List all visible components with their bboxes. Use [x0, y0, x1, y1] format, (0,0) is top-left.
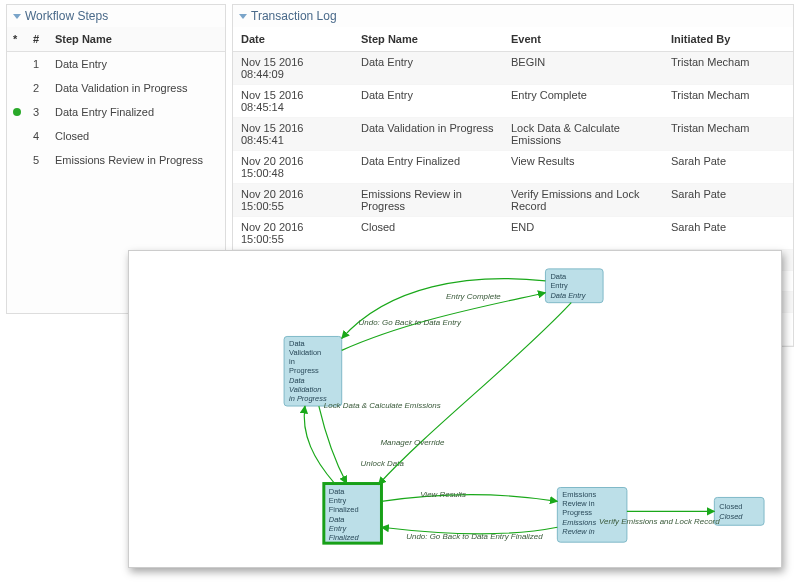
tlog-by: Sarah Pate — [663, 151, 793, 184]
svg-text:Finalized: Finalized — [329, 533, 360, 542]
svg-text:Data: Data — [329, 515, 345, 524]
tlog-date: Nov 15 2016 08:45:41 — [233, 118, 353, 151]
tlog-by: Tristan Mecham — [663, 85, 793, 118]
svg-text:Data Entry: Data Entry — [550, 291, 586, 300]
tlog-step: Emissions Review in Progress — [353, 184, 503, 217]
step-name: Data Entry Finalized — [49, 100, 225, 124]
tlog-event: Entry Complete — [503, 85, 663, 118]
svg-text:Unlock Data: Unlock Data — [361, 459, 405, 468]
svg-text:Data: Data — [329, 487, 346, 496]
svg-text:Data: Data — [289, 376, 305, 385]
node-data-validation[interactable]: Data Validation in Progress Data Validat… — [284, 336, 342, 406]
node-closed[interactable]: Closed Closed — [714, 497, 764, 525]
svg-text:Data: Data — [550, 272, 567, 281]
tlog-date: Nov 20 2016 15:00:48 — [233, 151, 353, 184]
tlog-event: BEGIN — [503, 52, 663, 85]
tlog-date: Nov 20 2016 15:00:55 — [233, 217, 353, 250]
step-number: 4 — [27, 124, 49, 148]
svg-text:Manager Override: Manager Override — [380, 438, 445, 447]
svg-text:Emissions: Emissions — [562, 518, 596, 527]
workflow-steps-title: Workflow Steps — [25, 9, 108, 23]
svg-text:Progress: Progress — [289, 366, 319, 375]
tlog-step: Data Validation in Progress — [353, 118, 503, 151]
svg-text:Entry: Entry — [550, 281, 568, 290]
step-current-marker — [7, 124, 27, 148]
transaction-log-row[interactable]: Nov 20 2016 15:00:55ClosedENDSarah Pate — [233, 217, 793, 250]
tlog-step: Closed — [353, 217, 503, 250]
svg-text:Entry: Entry — [329, 496, 347, 505]
tlog-event: END — [503, 217, 663, 250]
transaction-log-row[interactable]: Nov 15 2016 08:45:14Data EntryEntry Comp… — [233, 85, 793, 118]
svg-text:in Progress: in Progress — [289, 394, 327, 403]
step-name: Data Entry — [49, 52, 225, 77]
edge-lock-calc — [319, 406, 347, 484]
current-step-icon — [13, 108, 21, 116]
workflow-diagram-svg: Data Entry Data Entry Data Validation in… — [129, 251, 781, 567]
col-by[interactable]: Initiated By — [663, 27, 793, 52]
svg-text:in: in — [289, 357, 295, 366]
tlog-by: Sarah Pate — [663, 184, 793, 217]
svg-text:Lock Data & Calculate Emission: Lock Data & Calculate Emissions — [324, 401, 441, 410]
col-num[interactable]: # — [27, 27, 49, 52]
step-name: Data Validation in Progress — [49, 76, 225, 100]
tlog-step: Data Entry Finalized — [353, 151, 503, 184]
svg-text:Emissions: Emissions — [562, 490, 596, 499]
col-event[interactable]: Event — [503, 27, 663, 52]
workflow-steps-header[interactable]: Workflow Steps — [7, 5, 225, 27]
step-name: Emissions Review in Progress — [49, 148, 225, 172]
tlog-event: Verify Emissions and Lock Record — [503, 184, 663, 217]
node-data-entry[interactable]: Data Entry Data Entry — [545, 269, 603, 303]
workflow-step-row[interactable]: 5Emissions Review in Progress — [7, 148, 225, 172]
transaction-log-row[interactable]: Nov 20 2016 15:00:55Emissions Review in … — [233, 184, 793, 217]
workflow-step-row[interactable]: 1Data Entry — [7, 52, 225, 77]
workflow-step-row[interactable]: 3Data Entry Finalized — [7, 100, 225, 124]
workflow-diagram: Data Entry Data Entry Data Validation in… — [128, 250, 782, 568]
workflow-steps-table: * # Step Name 1Data Entry2Data Validatio… — [7, 27, 225, 172]
tlog-event: Lock Data & Calculate Emissions — [503, 118, 663, 151]
tlog-date: Nov 20 2016 15:00:55 — [233, 184, 353, 217]
svg-text:Validation: Validation — [289, 348, 321, 357]
svg-text:Undo: Go Back to Data Entry Fi: Undo: Go Back to Data Entry Finalized — [406, 532, 543, 541]
tlog-date: Nov 15 2016 08:45:14 — [233, 85, 353, 118]
transaction-log-title: Transaction Log — [251, 9, 337, 23]
step-current-marker — [7, 52, 27, 77]
svg-text:Verify Emissions and Lock Reco: Verify Emissions and Lock Record — [599, 517, 720, 526]
svg-text:Data: Data — [289, 339, 306, 348]
svg-text:Progress: Progress — [562, 508, 592, 517]
node-emissions-review[interactable]: Emissions Review in Progress Emissions R… — [557, 488, 627, 543]
col-marker[interactable]: * — [7, 27, 27, 52]
step-current-marker — [7, 148, 27, 172]
edge-entry-complete — [342, 279, 546, 339]
svg-text:Review in: Review in — [562, 527, 594, 536]
svg-text:Entry: Entry — [329, 524, 348, 533]
step-current-marker — [7, 100, 27, 124]
step-name: Closed — [49, 124, 225, 148]
svg-text:Review in: Review in — [562, 499, 594, 508]
chevron-down-icon — [239, 14, 247, 19]
edge-manager-override — [378, 303, 571, 485]
node-data-entry-finalized[interactable]: Data Entry Finalized Data Entry Finalize… — [324, 484, 382, 544]
svg-text:Entry Complete: Entry Complete — [446, 292, 501, 301]
tlog-by: Tristan Mecham — [663, 52, 793, 85]
col-step[interactable]: Step Name — [353, 27, 503, 52]
svg-text:Closed: Closed — [719, 512, 743, 521]
transaction-log-header[interactable]: Transaction Log — [233, 5, 793, 27]
tlog-date: Nov 15 2016 08:44:09 — [233, 52, 353, 85]
svg-text:View Results: View Results — [420, 490, 466, 499]
edge-view-results — [381, 495, 557, 502]
svg-text:Undo: Go Back to Data Entry: Undo: Go Back to Data Entry — [359, 318, 462, 327]
col-date[interactable]: Date — [233, 27, 353, 52]
transaction-log-row[interactable]: Nov 15 2016 08:45:41Data Validation in P… — [233, 118, 793, 151]
step-number: 2 — [27, 76, 49, 100]
tlog-by: Tristan Mecham — [663, 118, 793, 151]
tlog-step: Data Entry — [353, 85, 503, 118]
transaction-log-row[interactable]: Nov 15 2016 08:44:09Data EntryBEGINTrist… — [233, 52, 793, 85]
col-step-name[interactable]: Step Name — [49, 27, 225, 52]
transaction-log-row[interactable]: Nov 20 2016 15:00:48Data Entry Finalized… — [233, 151, 793, 184]
workflow-step-row[interactable]: 2Data Validation in Progress — [7, 76, 225, 100]
svg-text:Finalized: Finalized — [329, 505, 359, 514]
workflow-step-row[interactable]: 4Closed — [7, 124, 225, 148]
tlog-step: Data Entry — [353, 52, 503, 85]
step-number: 1 — [27, 52, 49, 77]
tlog-event: View Results — [503, 151, 663, 184]
